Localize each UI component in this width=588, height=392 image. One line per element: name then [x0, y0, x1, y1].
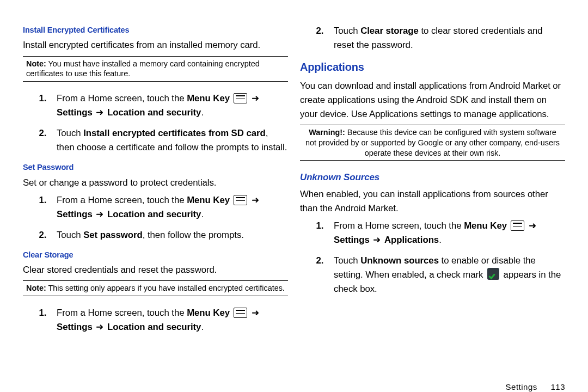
- page-footer: Settings 113: [506, 381, 565, 392]
- arrow-icon: ➜: [95, 320, 105, 334]
- arrow-icon: ➜: [95, 207, 105, 222]
- menu-key-icon: [234, 195, 247, 205]
- ordered-list: Touch Clear storage to clear stored cred…: [300, 24, 565, 52]
- heading-unknown-sources: Unknown Sources: [300, 170, 565, 185]
- list-item: Touch Set password, then follow the prom…: [49, 228, 288, 242]
- note-label: Note:: [26, 284, 46, 292]
- paragraph: Clear stored credentials and reset the p…: [23, 263, 288, 277]
- arrow-icon: ➜: [250, 306, 260, 320]
- paragraph: When enabled, you can install applicatio…: [300, 187, 565, 216]
- note-text: This setting only appears if you have in…: [46, 284, 285, 292]
- right-column: Touch Clear storage to clear stored cred…: [300, 22, 565, 390]
- menu-key-icon: [511, 220, 524, 231]
- paragraph: Set or change a password to protect cred…: [23, 176, 288, 190]
- note-label: Note:: [26, 59, 46, 68]
- list-item: From a Home screen, touch the Menu Key ➜…: [49, 306, 288, 334]
- note-text: You must have installed a memory card co…: [26, 59, 260, 78]
- heading-set-password: Set Password: [23, 161, 288, 173]
- list-item: Touch Clear storage to clear stored cred…: [326, 24, 565, 52]
- ordered-list: From a Home screen, touch the Menu Key ➜…: [23, 91, 288, 155]
- note-box: Note: This setting only appears if you h…: [23, 280, 288, 296]
- warning-label: Warning!:: [309, 128, 345, 137]
- arrow-icon: ➜: [250, 193, 260, 207]
- warning-box: Warning!: Because this device can be con…: [300, 125, 565, 161]
- ordered-list: From a Home screen, touch the Menu Key ➜…: [300, 219, 565, 296]
- arrow-icon: ➜: [250, 91, 260, 106]
- page-number: 113: [550, 382, 565, 391]
- arrow-icon: ➜: [528, 219, 537, 233]
- menu-key-icon: [234, 93, 247, 103]
- checkmark-icon: [487, 268, 499, 280]
- paragraph: Install encrypted certificates from an i…: [23, 38, 288, 52]
- list-item: Touch Install encrypted certificates fro…: [49, 126, 288, 155]
- manual-page: Install Encrypted Certificates Install e…: [0, 0, 588, 392]
- heading-applications: Applications: [300, 59, 565, 76]
- heading-clear-storage: Clear Storage: [23, 249, 288, 261]
- note-box: Note: You must have installed a memory c…: [23, 56, 288, 82]
- left-column: Install Encrypted Certificates Install e…: [23, 22, 288, 390]
- arrow-icon: ➜: [95, 106, 105, 120]
- list-item: From a Home screen, touch the Menu Key ➜…: [49, 91, 288, 120]
- paragraph: You can download and install application…: [300, 79, 565, 121]
- ordered-list: From a Home screen, touch the Menu Key ➜…: [23, 306, 288, 334]
- ordered-list: From a Home screen, touch the Menu Key ➜…: [23, 193, 288, 242]
- footer-section: Settings: [506, 382, 537, 391]
- arrow-icon: ➜: [372, 233, 382, 247]
- list-item: Touch Unknown sources to enable or disab…: [326, 254, 565, 296]
- heading-install-encrypted-certificates: Install Encrypted Certificates: [23, 24, 288, 36]
- list-item: From a Home screen, touch the Menu Key ➜…: [326, 219, 565, 247]
- menu-key-icon: [234, 308, 247, 318]
- list-item: From a Home screen, touch the Menu Key ➜…: [49, 193, 288, 222]
